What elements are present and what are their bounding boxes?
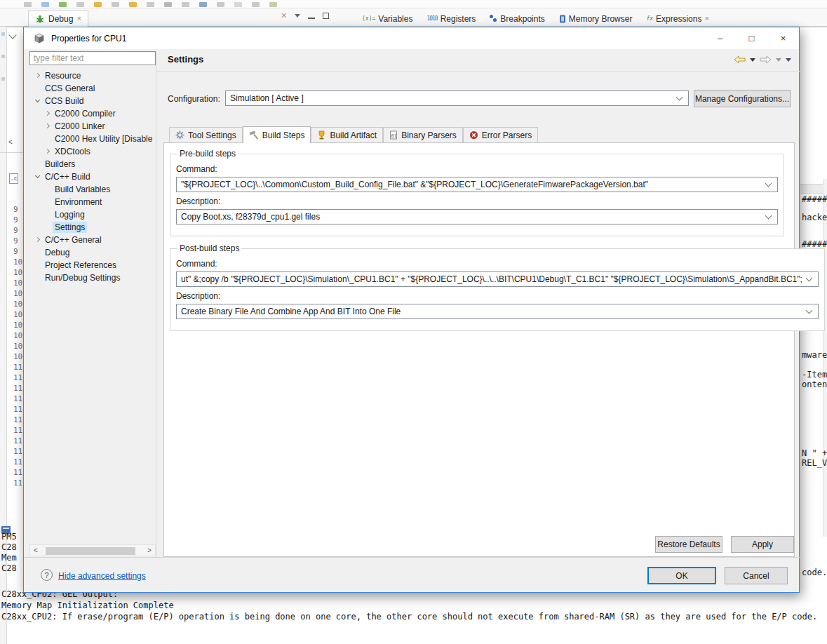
tab-variables[interactable]: (x)= Variables bbox=[362, 14, 412, 24]
ok-button[interactable]: OK bbox=[647, 567, 716, 584]
tree-item[interactable]: Run/Debug Settings bbox=[29, 271, 156, 284]
post-build-command-input[interactable]: ut" &;copy /b "${PROJECT_LOC}\Simulation… bbox=[176, 271, 819, 287]
tab-label: Build Artifact bbox=[330, 130, 377, 140]
pre-build-steps-group: Pre-build steps Command: "${PROJECT_LOC}… bbox=[170, 149, 784, 236]
disconnect-icon[interactable]: ✕ bbox=[281, 12, 287, 20]
minimize-view-icon[interactable] bbox=[308, 13, 315, 19]
tree-expand-icon[interactable] bbox=[34, 173, 43, 181]
close-icon[interactable]: × bbox=[76, 15, 81, 22]
close-icon[interactable]: × bbox=[704, 15, 708, 22]
tree-item[interactable]: C2000 Hex Utility [Disable bbox=[29, 133, 156, 145]
tree-expand-icon[interactable] bbox=[34, 248, 43, 257]
view-menu-icon[interactable] bbox=[786, 58, 791, 62]
restore-defaults-button[interactable]: Restore Defaults bbox=[655, 536, 722, 553]
tree-expand-icon[interactable] bbox=[43, 122, 53, 130]
toolbar-icon-stub[interactable] bbox=[94, 2, 102, 7]
toolbar-icon-stub[interactable] bbox=[234, 2, 242, 7]
toolbar-icon-stub[interactable] bbox=[147, 2, 154, 7]
forward-icon[interactable] bbox=[760, 55, 772, 64]
tab-registers[interactable]: 1010 Registers bbox=[426, 14, 476, 24]
toolbar-icon-stub[interactable] bbox=[76, 2, 84, 7]
tree-item[interactable]: XDCtools bbox=[29, 145, 156, 158]
tab-memory-browser[interactable]: Memory Browser bbox=[559, 14, 633, 24]
hide-advanced-settings-link[interactable]: Hide advanced settings bbox=[58, 571, 146, 581]
toolbar-icon-stub[interactable] bbox=[112, 2, 119, 7]
pre-build-command-input[interactable]: "${PROJECT_LOC}\..\Common\Custom_Build_C… bbox=[176, 177, 778, 192]
pre-build-description-label: Description: bbox=[176, 196, 778, 206]
tab-debug-view[interactable]: Debug × bbox=[28, 10, 88, 27]
pane-divider[interactable] bbox=[156, 50, 156, 557]
maximize-window-button[interactable]: □ bbox=[736, 27, 767, 48]
tab-build-steps[interactable]: Build Steps bbox=[243, 126, 311, 143]
post-build-description-input[interactable]: Create Binary File And Combine App And B… bbox=[176, 304, 819, 319]
configuration-select[interactable]: Simulation [ Active ] bbox=[225, 90, 689, 106]
tree-expand-icon[interactable] bbox=[34, 97, 43, 105]
toolbar-icon-stub[interactable] bbox=[24, 2, 32, 7]
tree-item[interactable]: Logging bbox=[29, 208, 156, 221]
chevron-down-icon[interactable] bbox=[8, 31, 16, 39]
maximize-view-icon[interactable] bbox=[323, 13, 329, 19]
tab-breakpoints[interactable]: Breakpoints bbox=[490, 14, 544, 24]
tree-item-label: C/C++ Build bbox=[43, 171, 93, 182]
tree-item[interactable]: C2000 Compiler bbox=[29, 107, 156, 120]
toolbar-icon-stub[interactable] bbox=[41, 2, 49, 7]
tab-tool-settings[interactable]: Tool Settings bbox=[169, 127, 243, 142]
tab-expressions[interactable]: fx Expressions × bbox=[646, 14, 708, 24]
toolbar-icon-stub[interactable] bbox=[199, 2, 207, 7]
tree-expand-icon[interactable] bbox=[34, 236, 43, 244]
toolbar-icon-stub[interactable] bbox=[252, 2, 260, 7]
cancel-button[interactable]: Cancel bbox=[725, 567, 788, 584]
editor-scrollbar[interactable] bbox=[823, 179, 827, 537]
tree-item[interactable]: Build Variables bbox=[29, 183, 156, 196]
toolbar-icon-stub[interactable] bbox=[217, 2, 224, 7]
apply-button[interactable]: Apply bbox=[731, 536, 794, 553]
view-menu-icon[interactable] bbox=[295, 14, 300, 18]
tree-expand-icon[interactable] bbox=[34, 84, 43, 93]
tree-expand-icon[interactable] bbox=[43, 135, 53, 143]
tree-item[interactable]: CCS Build bbox=[29, 95, 156, 107]
manage-configurations-button[interactable]: Manage Configurations... bbox=[694, 90, 791, 107]
pre-build-description-input[interactable]: Copy Boot.xs, f28379d_cpu1.gel files bbox=[176, 209, 778, 224]
tree-expand-icon[interactable] bbox=[34, 160, 43, 168]
tree-item[interactable]: C/C++ General bbox=[29, 234, 156, 246]
tree-expand-icon[interactable] bbox=[43, 210, 53, 219]
forward-menu-icon[interactable] bbox=[776, 58, 781, 62]
toolbar-icon-stub[interactable] bbox=[129, 2, 137, 7]
tree-item[interactable]: Resource bbox=[29, 69, 156, 82]
tree-item[interactable]: C2000 Linker bbox=[29, 120, 156, 133]
tree-expand-icon[interactable] bbox=[43, 223, 53, 232]
tab-binary-parsers[interactable]: 01 Binary Parsers bbox=[383, 127, 463, 142]
tree-expand-icon[interactable] bbox=[34, 72, 43, 80]
toolbar-icon-stub[interactable] bbox=[269, 2, 277, 7]
scroll-left-icon[interactable]: < bbox=[8, 138, 13, 146]
tree-expand-icon[interactable] bbox=[43, 147, 53, 156]
tree-expand-icon[interactable] bbox=[43, 185, 53, 194]
build-artifact-icon bbox=[317, 130, 326, 140]
close-window-button[interactable]: × bbox=[767, 27, 799, 48]
toolbar-icon-stub[interactable] bbox=[164, 2, 172, 7]
tree-item[interactable]: Builders bbox=[29, 158, 156, 170]
tree-item[interactable]: Settings bbox=[29, 221, 156, 234]
back-icon[interactable] bbox=[734, 55, 746, 64]
line-number: 10 bbox=[13, 288, 24, 299]
filter-input[interactable] bbox=[29, 51, 156, 65]
tree-expand-icon[interactable] bbox=[34, 261, 43, 269]
c-file-icon[interactable]: .c bbox=[9, 173, 18, 184]
minimize-window-button[interactable]: – bbox=[704, 27, 736, 48]
line-number: 10 bbox=[13, 330, 24, 341]
tree-item[interactable]: Environment bbox=[29, 196, 156, 208]
help-icon[interactable]: ? bbox=[41, 569, 53, 581]
toolbar-icon-stub[interactable] bbox=[59, 2, 67, 7]
back-menu-icon[interactable] bbox=[750, 58, 755, 62]
toolbar-icon-stub[interactable] bbox=[182, 2, 189, 7]
tree-expand-icon[interactable] bbox=[43, 109, 53, 118]
tree-item[interactable]: C/C++ Build bbox=[29, 170, 156, 183]
dialog-titlebar[interactable]: Properties for CPU1 – □ × bbox=[24, 27, 799, 49]
tree-item[interactable]: CCS General bbox=[29, 82, 156, 95]
tab-error-parsers[interactable]: Error Parsers bbox=[463, 127, 538, 142]
tree-item[interactable]: Debug bbox=[29, 246, 156, 259]
tab-build-artifact[interactable]: Build Artifact bbox=[311, 127, 383, 142]
tree-expand-icon[interactable] bbox=[43, 198, 53, 206]
tree-item[interactable]: Project References bbox=[29, 259, 156, 271]
tree-expand-icon[interactable] bbox=[34, 274, 43, 282]
